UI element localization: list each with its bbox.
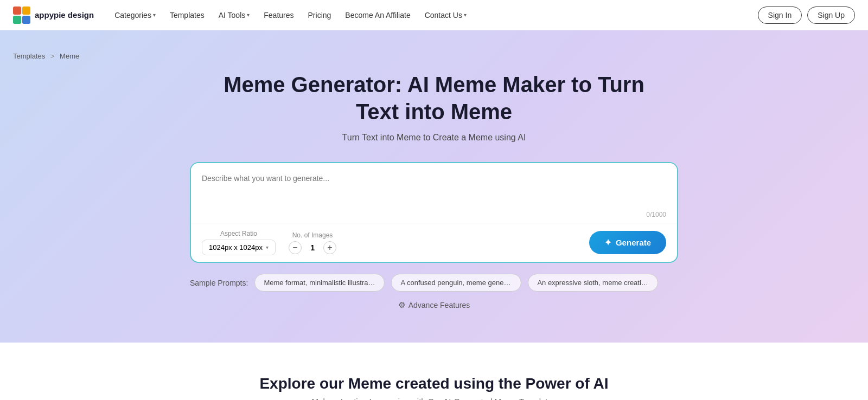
breadcrumb-separator: > — [50, 52, 55, 60]
advance-features[interactable]: ⚙ Advance Features — [190, 300, 678, 310]
images-label: No. of Images — [289, 231, 336, 239]
nav-ai-tools[interactable]: AI Tools ▾ — [213, 8, 256, 23]
aspect-ratio-chevron-icon: ▾ — [266, 244, 269, 250]
nav-links: Categories ▾ Templates AI Tools ▾ Featur… — [109, 8, 472, 23]
logo-quad-2 — [22, 7, 30, 15]
generate-button[interactable]: ✦ Generate — [589, 231, 666, 254]
breadcrumb: Templates > Meme — [13, 52, 855, 60]
aspect-ratio-label: Aspect Ratio — [202, 230, 276, 237]
images-value: 1 — [307, 243, 318, 252]
gear-icon: ⚙ — [398, 300, 405, 310]
explore-title: Explore our Meme created using the Power… — [13, 375, 855, 392]
sample-prompts-label: Sample Prompts: — [190, 279, 248, 287]
breadcrumb-current: Meme — [60, 52, 79, 60]
aspect-ratio-value: 1024px x 1024px — [209, 243, 263, 251]
nav-affiliate[interactable]: Become An Affiliate — [340, 8, 416, 23]
prompt-input[interactable] — [191, 163, 677, 207]
ai-tools-chevron-icon: ▾ — [247, 12, 250, 18]
categories-chevron-icon: ▾ — [153, 12, 156, 18]
generator-box: 0/1000 Aspect Ratio 1024px x 1024px ▾ No… — [190, 162, 678, 263]
signup-button[interactable]: Sign Up — [807, 7, 855, 24]
logo[interactable]: appypie design — [13, 7, 94, 24]
nav-categories[interactable]: Categories ▾ — [109, 8, 161, 23]
images-group: No. of Images − 1 + — [289, 231, 336, 254]
nav-features[interactable]: Features — [258, 8, 299, 23]
aspect-ratio-select[interactable]: 1024px x 1024px ▾ — [202, 240, 276, 255]
logo-quad-4 — [22, 16, 30, 24]
logo-quad-3 — [13, 16, 21, 24]
nav-contact[interactable]: Contact Us ▾ — [419, 8, 472, 23]
prompt-chip-1[interactable]: Meme format, minimalistic illustration, … — [254, 274, 385, 292]
hero-subtitle: Turn Text into Meme to Create a Meme usi… — [13, 133, 855, 143]
logo-icon — [13, 7, 30, 24]
generate-label: Generate — [616, 238, 651, 247]
logo-quad-1 — [13, 7, 21, 15]
aspect-ratio-group: Aspect Ratio 1024px x 1024px ▾ — [202, 230, 276, 255]
images-plus-button[interactable]: + — [323, 241, 336, 254]
navbar-right: Sign In Sign Up — [758, 7, 855, 24]
hero-section: Templates > Meme Meme Generator: AI Meme… — [0, 30, 868, 343]
prompt-chip-3[interactable]: An expressive sloth, meme creation templ… — [528, 274, 658, 292]
breadcrumb-parent-link[interactable]: Templates — [13, 52, 45, 60]
generator-controls: Aspect Ratio 1024px x 1024px ▾ No. of Im… — [191, 223, 677, 262]
sample-prompts: Sample Prompts: Meme format, minimalisti… — [190, 274, 678, 292]
images-control: − 1 + — [289, 241, 336, 254]
generate-icon: ✦ — [604, 237, 611, 248]
navbar: appypie design Categories ▾ Templates AI… — [0, 0, 868, 30]
nav-pricing[interactable]: Pricing — [303, 8, 337, 23]
explore-section: Explore our Meme created using the Power… — [0, 343, 868, 400]
logo-text: appypie design — [35, 10, 94, 20]
images-minus-button[interactable]: − — [289, 241, 302, 254]
explore-subtitle: Make a Lasting Impression with Our AI-Ge… — [13, 397, 855, 400]
signin-button[interactable]: Sign In — [758, 7, 802, 24]
prompt-chip-2[interactable]: A confused penguin, meme generator templ… — [391, 274, 521, 292]
nav-templates[interactable]: Templates — [164, 8, 210, 23]
navbar-left: appypie design Categories ▾ Templates AI… — [13, 7, 472, 24]
contact-chevron-icon: ▾ — [464, 12, 467, 18]
page-title: Meme Generator: AI Meme Maker to Turn Te… — [217, 71, 651, 125]
advance-features-label: Advance Features — [409, 301, 470, 309]
char-count: 0/1000 — [191, 209, 677, 223]
